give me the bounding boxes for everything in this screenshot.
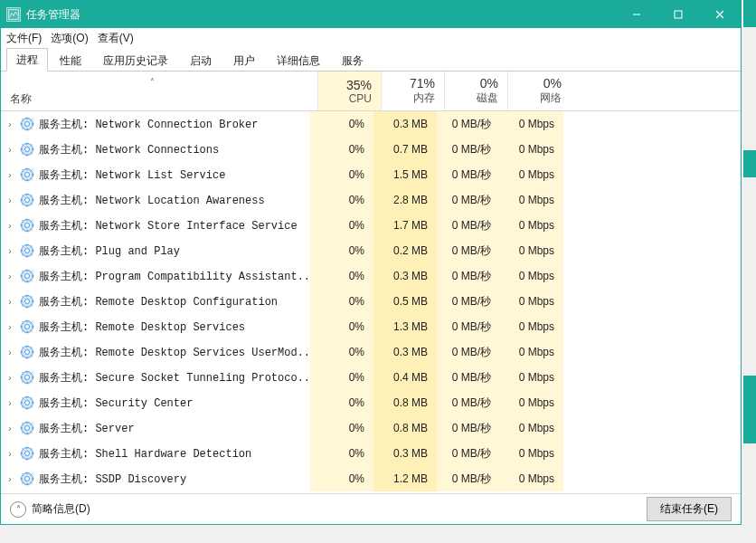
expand-icon[interactable]: › [1, 424, 15, 433]
column-headers: 名称 ˄ 35% CPU 71% 内存 0% 磁盘 0% 网络 [1, 71, 741, 111]
process-name: 服务主机: Secure Socket Tunneling Protoco... [39, 370, 310, 386]
network-cell: 0 Mbps [500, 441, 563, 466]
process-name: 服务主机: Plug and Play [39, 243, 310, 259]
service-gear-icon [19, 293, 35, 310]
memory-cell: 0.4 MB [373, 365, 437, 390]
disk-cell: 0 MB/秒 [437, 111, 500, 137]
memory-label: 内存 [383, 90, 435, 106]
disk-cell: 0 MB/秒 [437, 365, 500, 390]
svg-rect-2 [675, 11, 682, 18]
table-row[interactable]: ›服务主机: Shell Hardware Detection0%0.3 MB0… [1, 441, 741, 466]
svg-point-66 [25, 274, 30, 279]
service-gear-icon [19, 217, 35, 233]
expand-icon[interactable]: › [1, 373, 15, 383]
menu-view[interactable]: 查看(V) [98, 31, 134, 46]
expand-icon[interactable]: › [1, 195, 15, 205]
window-title: 任务管理器 [26, 7, 80, 23]
cpu-cell: 0% [310, 415, 373, 441]
table-row[interactable]: ›服务主机: SSDP Discovery0%1.2 MB0 MB/秒0 Mbp… [1, 466, 741, 491]
menu-file[interactable]: 文件(F) [6, 31, 42, 46]
expand-icon[interactable]: › [1, 449, 15, 459]
memory-cell: 1.7 MB [373, 213, 437, 238]
table-row[interactable]: ›服务主机: Remote Desktop Services UserMod..… [1, 339, 741, 365]
process-name: 服务主机: Remote Desktop Services [39, 319, 310, 335]
expand-icon[interactable]: › [1, 348, 15, 357]
table-row[interactable]: ›服务主机: Network List Service0%1.5 MB0 MB/… [1, 162, 741, 187]
network-cell: 0 Mbps [500, 137, 563, 162]
expand-icon[interactable]: › [1, 474, 15, 484]
column-header-network[interactable]: 0% 网络 [507, 71, 571, 110]
expand-icon[interactable]: › [1, 322, 15, 332]
expand-icon[interactable]: › [1, 398, 15, 408]
memory-cell: 0.2 MB [373, 238, 437, 263]
expand-icon[interactable]: › [1, 119, 15, 129]
column-header-memory[interactable]: 71% 内存 [381, 71, 444, 110]
disk-cell: 0 MB/秒 [437, 213, 500, 238]
table-row[interactable]: ›服务主机: Network Store Interface Service0%… [1, 213, 741, 238]
table-row[interactable]: ›服务主机: Program Compatibility Assistant..… [1, 263, 741, 289]
expand-icon[interactable]: › [1, 246, 15, 256]
memory-cell: 0.3 MB [373, 339, 437, 365]
memory-percent: 71% [383, 76, 435, 90]
service-gear-icon [19, 344, 35, 360]
fewer-details-button[interactable]: ˄ 简略信息(D) [10, 501, 90, 518]
cpu-cell: 0% [310, 238, 373, 263]
svg-point-86 [25, 325, 30, 329]
tab-details[interactable]: 详细信息 [267, 49, 330, 71]
memory-cell: 1.2 MB [373, 466, 437, 491]
table-row[interactable]: ›服务主机: Remote Desktop Configuration0%0.5… [1, 289, 741, 314]
app-icon [6, 7, 21, 22]
expand-icon[interactable]: › [1, 297, 15, 307]
tab-startup[interactable]: 启动 [180, 49, 222, 71]
cpu-cell: 0% [310, 289, 373, 314]
disk-percent: 0% [447, 76, 498, 90]
memory-cell: 0.8 MB [373, 390, 437, 415]
table-row[interactable]: ›服务主机: Network Location Awareness0%2.8 M… [1, 187, 741, 213]
cpu-cell: 0% [310, 187, 373, 213]
svg-point-126 [25, 426, 30, 431]
end-task-button[interactable]: 结束任务(E) [647, 497, 732, 521]
process-name: 服务主机: Network Location Awareness [39, 193, 310, 208]
titlebar[interactable]: 任务管理器 [1, 1, 741, 28]
tab-users[interactable]: 用户 [223, 49, 265, 71]
network-cell: 0 Mbps [500, 238, 563, 263]
column-header-name[interactable]: 名称 ˄ [1, 71, 317, 110]
memory-cell: 0.8 MB [373, 415, 437, 441]
menu-options[interactable]: 选项(O) [51, 31, 88, 46]
expand-icon[interactable]: › [1, 272, 15, 281]
svg-point-76 [25, 300, 30, 304]
maximize-button[interactable] [657, 1, 699, 28]
disk-cell: 0 MB/秒 [437, 289, 500, 314]
tab-processes[interactable]: 进程 [6, 48, 48, 71]
expand-icon[interactable]: › [1, 170, 15, 180]
cpu-percent: 35% [320, 78, 372, 92]
table-row[interactable]: ›服务主机: Server0%0.8 MB0 MB/秒0 Mbps [1, 415, 741, 441]
expand-icon[interactable]: › [1, 145, 15, 155]
table-row[interactable]: ›服务主机: Remote Desktop Services0%1.3 MB0 … [1, 314, 741, 339]
background-stripe [743, 150, 756, 177]
chevron-up-icon: ˄ [10, 501, 26, 518]
process-name: 服务主机: Program Compatibility Assistant... [39, 269, 310, 284]
close-button[interactable] [699, 1, 741, 28]
process-list[interactable]: ›服务主机: Network Connection Broker0%0.3 MB… [1, 111, 741, 493]
svg-point-116 [25, 401, 30, 405]
table-row[interactable]: ›服务主机: Network Connection Broker0%0.3 MB… [1, 111, 741, 137]
table-row[interactable]: ›服务主机: Security Center0%0.8 MB0 MB/秒0 Mb… [1, 390, 741, 415]
service-gear-icon [19, 243, 35, 259]
cpu-cell: 0% [310, 213, 373, 238]
column-header-disk[interactable]: 0% 磁盘 [444, 71, 507, 110]
expand-icon[interactable]: › [1, 221, 15, 231]
tab-services[interactable]: 服务 [332, 49, 373, 71]
service-gear-icon [19, 420, 35, 436]
disk-cell: 0 MB/秒 [437, 137, 500, 162]
column-header-cpu[interactable]: 35% CPU [317, 71, 381, 110]
table-row[interactable]: ›服务主机: Secure Socket Tunneling Protoco..… [1, 365, 741, 390]
minimize-button[interactable] [616, 1, 657, 28]
table-row[interactable]: ›服务主机: Plug and Play0%0.2 MB0 MB/秒0 Mbps [1, 238, 741, 263]
fewer-details-label: 简略信息(D) [32, 501, 90, 517]
service-gear-icon [19, 192, 35, 208]
tab-app-history[interactable]: 应用历史记录 [93, 49, 178, 71]
disk-label: 磁盘 [447, 90, 498, 106]
tab-performance[interactable]: 性能 [50, 49, 91, 71]
table-row[interactable]: ›服务主机: Network Connections0%0.7 MB0 MB/秒… [1, 137, 741, 162]
